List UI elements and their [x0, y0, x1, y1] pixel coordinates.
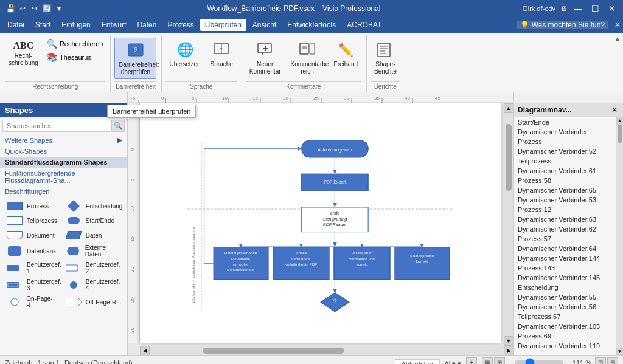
kommentarbereich-button[interactable]: Kommentarbereich: [287, 38, 328, 78]
neuer-kommentar-button[interactable]: NeuerKommentar: [246, 38, 285, 78]
shapes-search-input[interactable]: [2, 120, 110, 132]
thesaurus-button[interactable]: 📚 Thesaurus: [44, 51, 106, 63]
menu-acrobat[interactable]: ACROBAT: [342, 19, 386, 31]
barrierefreiheit-button[interactable]: ♿ Barrierefreiheitüberprüfen: [114, 38, 156, 79]
fit-width-button[interactable]: ⊞: [607, 357, 618, 365]
save-icon[interactable]: 💾: [5, 3, 16, 14]
shape-on-page-r[interactable]: On-Page-R...: [5, 294, 63, 310]
menu-entwicklertools[interactable]: Entwicklertools: [282, 19, 341, 31]
nav-item[interactable]: Dynamischer Verbinder: [514, 127, 616, 137]
recherchieren-button[interactable]: 🔍 Recherchieren: [44, 38, 106, 50]
shape-datenbank[interactable]: Datenbank: [5, 243, 63, 259]
add-page-button[interactable]: +: [466, 357, 477, 365]
diagram-canvas[interactable]: Autorenprogramm PDF Export erste Sichtpr…: [140, 103, 501, 343]
nav-item[interactable]: Prozess.12: [514, 205, 616, 215]
shape-benutzerdef4[interactable]: Benutzerdef.4: [64, 277, 124, 293]
menu-ansicht[interactable]: Ansicht: [248, 19, 281, 31]
shape-off-page-r[interactable]: Off-Page-R...: [64, 294, 124, 310]
shape-prozess[interactable]: Prozess: [5, 199, 63, 213]
ribbon-collapse-button[interactable]: ▲: [614, 35, 621, 42]
nav-item[interactable]: Dynamischer Verbinder.62: [514, 224, 616, 234]
menu-ueberpruefen[interactable]: Überprüfen: [200, 19, 246, 31]
maximize-button[interactable]: ☐: [589, 2, 601, 15]
nav-scroll-up[interactable]: ▲: [616, 117, 623, 125]
standardfluss-category[interactable]: Standardflussdiagramm-Shapes: [0, 157, 127, 168]
menu-entwurf[interactable]: Entwurf: [97, 19, 131, 31]
nav-item[interactable]: Dynamischer Verbinder.63: [514, 215, 616, 224]
search-box[interactable]: 💡 Was möchten Sie tun?: [517, 21, 608, 29]
v-scroll-thumb[interactable]: [506, 124, 512, 191]
rechtschreibung-button[interactable]: ABC Recht-schreibung: [5, 38, 42, 69]
menu-prozess[interactable]: Prozess: [162, 19, 198, 31]
minimize-button[interactable]: —: [572, 2, 584, 15]
nav-item[interactable]: Dynamischer Verbinder.105: [514, 321, 616, 331]
shape-benutzerdef2[interactable]: Benutzerdef.2: [64, 260, 124, 276]
freihand-button[interactable]: ✏️ Freihand: [330, 38, 361, 70]
horizontal-scrollbar[interactable]: ◀ ▶: [140, 346, 513, 355]
undo-icon[interactable]: ↩: [17, 3, 28, 14]
sprache-button[interactable]: ▾ Sprache: [207, 38, 237, 70]
nav-item[interactable]: Dynamischer Verbinder.52: [514, 146, 616, 156]
shape-benutzerdef1[interactable]: Benutzerdef.1: [5, 260, 63, 276]
view-full-button[interactable]: ⊞: [494, 357, 505, 365]
shape-startende[interactable]: Start/Ende: [64, 214, 124, 227]
zoom-minus-button[interactable]: −: [509, 359, 512, 365]
fit-page-button[interactable]: ⊡: [595, 357, 606, 365]
menu-einfuegen[interactable]: Einfügen: [57, 19, 95, 31]
nav-item[interactable]: Dynamischer Verbinder.65: [514, 185, 616, 195]
vertical-scrollbar[interactable]: ▲ ▼: [504, 103, 513, 346]
scroll-thumb[interactable]: [203, 348, 344, 354]
shape-benutzerdef3[interactable]: Benutzerdef.3: [5, 277, 63, 293]
nav-item[interactable]: Dynamischer Verbinder.56: [514, 302, 616, 312]
refresh-icon[interactable]: 🔄: [41, 3, 52, 14]
nav-item[interactable]: Dynamischer Verbinder.119: [514, 341, 616, 351]
nav-scroll-down[interactable]: ▼: [616, 348, 623, 355]
shape-externe-daten[interactable]: Externe Daten: [64, 243, 124, 259]
menu-datei[interactable]: Datei: [2, 19, 29, 31]
scroll-left-button[interactable]: ◀: [140, 346, 150, 355]
shape-entscheidung[interactable]: Entscheidung: [64, 199, 124, 213]
nav-item[interactable]: Dynamischer Verbinder.145: [514, 273, 616, 283]
nav-item[interactable]: Dynamischer Verbinder.55: [514, 292, 616, 302]
shape-daten[interactable]: Daten: [64, 228, 124, 242]
scroll-track[interactable]: [150, 346, 504, 355]
v-scroll-track[interactable]: [504, 113, 513, 336]
nav-item[interactable]: Teilprozess.67: [514, 312, 616, 321]
nav-scrollbar[interactable]: ▲ ▼: [616, 117, 623, 355]
nav-item[interactable]: Prozess.58: [514, 176, 616, 185]
close-button[interactable]: ✕: [606, 2, 618, 15]
weitere-shapes-link[interactable]: Weitere Shapes ▶: [0, 134, 127, 146]
nav-scroll-thumb[interactable]: [618, 125, 622, 143]
quick-shapes-link[interactable]: Quick-Shapes: [0, 146, 127, 157]
nav-item[interactable]: Dynamischer Verbinder.61: [514, 166, 616, 176]
uebersetzen-button[interactable]: 🌐 Übersetzen: [165, 38, 204, 70]
nav-scroll-track[interactable]: [616, 125, 623, 348]
menu-start[interactable]: Start: [30, 19, 55, 31]
nav-close-button[interactable]: ✕: [610, 106, 619, 114]
nav-item[interactable]: Entscheidung: [514, 283, 616, 292]
scroll-up-button[interactable]: ▲: [504, 103, 513, 113]
nav-item[interactable]: Prozess.57: [514, 234, 616, 244]
tab-ablaufplan[interactable]: Ablaufplan: [395, 359, 440, 365]
zoom-plus-button[interactable]: +: [566, 359, 569, 365]
tab-alle[interactable]: Alle ▾: [440, 359, 466, 365]
nav-item[interactable]: Start/Ende: [514, 117, 616, 127]
scroll-right-button[interactable]: ▶: [504, 346, 513, 355]
nav-item[interactable]: Prozess.143: [514, 263, 616, 273]
redo-icon[interactable]: ↪: [29, 3, 40, 14]
beschriftungen-category[interactable]: Beschriftungen: [0, 186, 127, 197]
menu-daten[interactable]: Daten: [132, 19, 161, 31]
nav-item[interactable]: Teilprozess: [514, 156, 616, 166]
nav-item[interactable]: Dynamischer Verbinder.144: [514, 253, 616, 263]
shape-dokument[interactable]: Dokument: [5, 228, 63, 242]
nav-item[interactable]: Dynamischer Verbinder.53: [514, 195, 616, 205]
nav-item[interactable]: Prozess: [514, 137, 616, 146]
view-normal-button[interactable]: ▦: [482, 357, 493, 365]
close-ribbon-btn[interactable]: ✕: [614, 21, 621, 29]
scroll-down-button[interactable]: ▼: [504, 336, 513, 346]
shape-berichte-button[interactable]: Shape-Berichte: [371, 38, 400, 78]
more-icon[interactable]: ▾: [54, 3, 64, 14]
shapes-search-button[interactable]: 🔍: [111, 120, 125, 132]
nav-item[interactable]: Dynamischer Verbinder.64: [514, 244, 616, 253]
nav-item[interactable]: Prozess.69: [514, 331, 616, 341]
